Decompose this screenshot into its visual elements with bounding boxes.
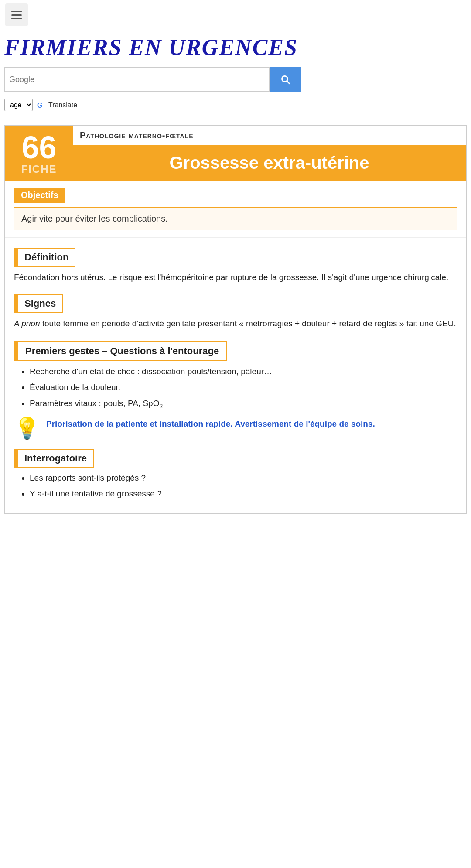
search-icon [280, 74, 291, 85]
premiers-gestes-header: Premiers gestes – Questions à l'entourag… [14, 341, 457, 361]
fiche-main-title: Grossesse extra-utérine [73, 145, 466, 181]
search-input-wrapper: Google [4, 67, 270, 92]
fiche-number-box: 66 FICHE [5, 126, 73, 181]
fiche-number: 66 [21, 132, 56, 163]
search-input[interactable] [38, 68, 265, 91]
signes-bar [14, 294, 17, 313]
signes-text: A priori toute femme en période d'activi… [14, 317, 457, 330]
fiche-title-area: Pathologie materno-fœtale Grossesse extr… [73, 126, 466, 181]
premiers-gestes-bar [14, 341, 17, 361]
translate-text: Translate [48, 101, 77, 109]
objectifs-text: Agir vite pour éviter les complications. [14, 207, 457, 230]
definition-title: Définition [17, 248, 75, 267]
menu-line-3 [11, 18, 22, 19]
interrogatoire-header: Interrogatoire [14, 449, 457, 468]
objectifs-section: Objectifs Agir vite pour éviter les comp… [5, 181, 466, 238]
list-item: Les rapports sont-ils protégés ? [30, 472, 457, 485]
interrogatoire-list: Les rapports sont-ils protégés ? Y a-t-i… [14, 472, 457, 500]
list-item: Évaluation de la douleur. [30, 381, 457, 394]
search-button[interactable] [270, 67, 301, 92]
translate-label: G Translate [37, 101, 77, 109]
definition-bar [14, 248, 17, 267]
menu-line-1 [11, 11, 22, 12]
tip-text: Priorisation de la patiente et installat… [46, 418, 375, 431]
list-item: Y a-t-il une tentative de grossesse ? [30, 488, 457, 500]
definition-header: Définition [14, 248, 457, 267]
signes-title: Signes [17, 294, 63, 313]
site-header: FIRMIERS EN URGENCES Google age G Transl… [0, 30, 471, 116]
signes-rest: toute femme en période d'activité génita… [40, 319, 456, 328]
list-item: Recherche d'un état de choc : dissociati… [30, 366, 457, 378]
definition-text: Fécondation hors utérus. Le risque est l… [14, 271, 457, 284]
menu-line-2 [11, 14, 22, 16]
list-item: Paramètres vitaux : pouls, PA, SpO2 [30, 397, 457, 411]
premiers-gestes-list: Recherche d'un état de choc : dissociati… [14, 366, 457, 411]
signes-header: Signes [14, 294, 457, 313]
search-area: Google [4, 63, 301, 96]
svg-text:G: G [37, 102, 42, 109]
google-icon: G [37, 101, 46, 109]
premiers-gestes-title: Premiers gestes – Questions à l'entourag… [17, 341, 227, 361]
fiche-header: 66 FICHE Pathologie materno-fœtale Gross… [5, 126, 466, 181]
inner-content: Définition Fécondation hors utérus. Le r… [5, 248, 466, 513]
translate-bar: age G Translate [4, 96, 467, 116]
language-select[interactable]: age [4, 99, 33, 111]
top-bar [0, 0, 471, 30]
fiche-label: FICHE [21, 163, 57, 175]
content-wrapper: 66 FICHE Pathologie materno-fœtale Gross… [0, 116, 471, 532]
interrogatoire-bar [14, 449, 17, 468]
fiche-card: 66 FICHE Pathologie materno-fœtale Gross… [4, 125, 467, 514]
interrogatoire-title: Interrogatoire [17, 449, 94, 468]
fiche-category: Pathologie materno-fœtale [73, 126, 466, 145]
signes-italic: A priori [14, 319, 40, 328]
objectifs-badge: Objectifs [14, 188, 65, 203]
tip-icon: 💡 [14, 418, 40, 439]
google-logo-text: Google [9, 75, 34, 84]
site-title: FIRMIERS EN URGENCES [4, 30, 467, 63]
menu-button[interactable] [5, 3, 28, 26]
tip-row: 💡 Priorisation de la patiente et install… [14, 418, 457, 439]
